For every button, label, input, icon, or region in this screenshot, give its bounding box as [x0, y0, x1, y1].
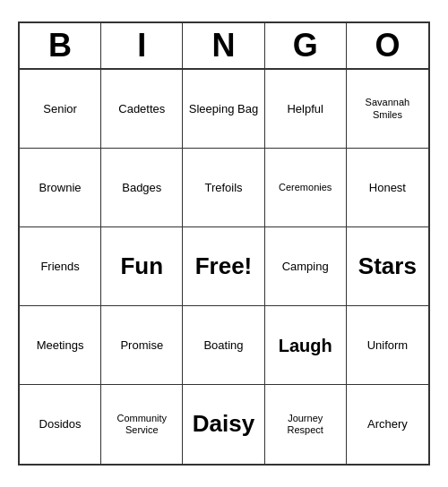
bingo-cell-24: Archery [347, 385, 428, 464]
bingo-cell-22: Daisy [183, 385, 264, 464]
header-letter: B [20, 23, 101, 68]
bingo-cell-21: Community Service [101, 385, 183, 464]
bingo-cell-19: Uniform [347, 306, 428, 385]
bingo-cell-11: Fun [101, 227, 183, 306]
bingo-cell-10: Friends [20, 227, 101, 306]
bingo-grid: SeniorCadettesSleeping BagHelpfulSavanna… [20, 70, 428, 464]
bingo-cell-17: Boating [183, 306, 264, 385]
bingo-header: BINGO [20, 23, 428, 70]
header-letter: N [183, 23, 264, 68]
bingo-cell-7: Trefoils [183, 149, 264, 227]
bingo-cell-13: Camping [265, 227, 347, 306]
header-letter: I [101, 23, 183, 68]
bingo-cell-4: Savannah Smiles [347, 70, 428, 149]
bingo-cell-2: Sleeping Bag [183, 70, 264, 149]
bingo-cell-9: Honest [347, 149, 428, 227]
bingo-cell-15: Meetings [20, 306, 101, 385]
bingo-cell-8: Ceremonies [265, 149, 347, 227]
bingo-cell-14: Stars [347, 227, 428, 306]
bingo-cell-1: Cadettes [101, 70, 183, 149]
header-letter: O [347, 23, 428, 68]
bingo-cell-20: Dosidos [20, 385, 101, 464]
bingo-cell-0: Senior [20, 70, 101, 149]
bingo-card: BINGO SeniorCadettesSleeping BagHelpfulS… [18, 21, 430, 466]
bingo-cell-16: Promise [101, 306, 183, 385]
bingo-cell-23: JourneyRespect [265, 385, 347, 464]
bingo-cell-5: Brownie [20, 149, 101, 227]
bingo-cell-3: Helpful [265, 70, 347, 149]
header-letter: G [265, 23, 347, 68]
bingo-cell-12: Free! [183, 227, 264, 306]
bingo-cell-18: Laugh [265, 306, 347, 385]
bingo-cell-6: Badges [101, 149, 183, 227]
